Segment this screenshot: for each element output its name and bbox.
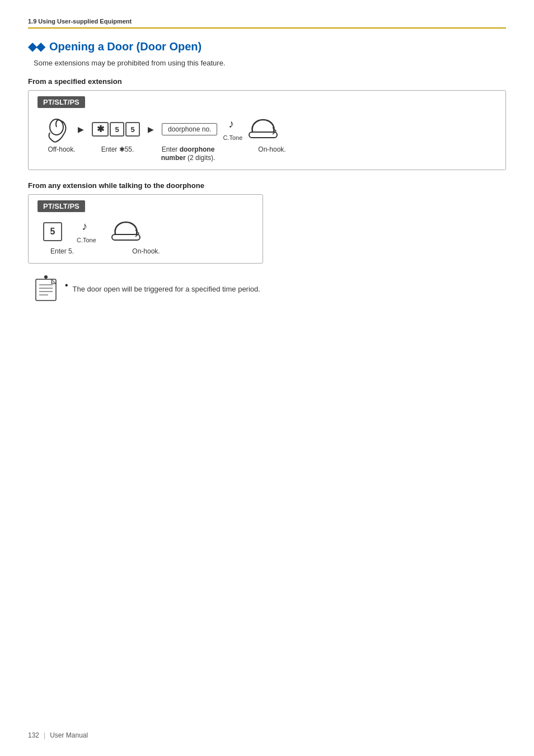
- keys-col: ✱ 5 5: [92, 122, 140, 137]
- svg-text:✱: ✱: [97, 124, 105, 134]
- onhook-icon-2: [111, 220, 141, 243]
- note-icon: [34, 275, 58, 304]
- pt-slt-ps-label-1: PT/SLT/PS: [38, 96, 85, 108]
- ctone-col-2: ♪ C.Tone: [77, 220, 96, 243]
- svg-text:♪: ♪: [228, 118, 234, 130]
- svg-text:♪: ♪: [82, 220, 87, 232]
- specified-labels-row: Off-hook. Enter ✱55. Enter doorphone num…: [38, 145, 496, 162]
- footer: 132 | User Manual: [28, 731, 88, 739]
- box-label-any: PT/SLT/PS: [38, 200, 254, 220]
- onhook-col-2: [111, 220, 141, 243]
- footer-label: User Manual: [50, 731, 88, 739]
- any-labels-row: Enter 5. On-hook.: [38, 247, 254, 255]
- note-paper-icon: [34, 275, 58, 303]
- doorphone-col: doorphone no.: [162, 123, 217, 135]
- offhook-icon: [43, 116, 70, 143]
- key-5b: 5: [125, 122, 140, 137]
- specified-diagram-row: ▶ ✱ 5 5 ▶ doorphone no.: [38, 116, 496, 143]
- enter-doorphone-label: Enter doorphone number (2 digits).: [161, 145, 216, 162]
- from-any-heading: From any extension while talking to the …: [28, 181, 506, 190]
- breadcrumb-text: 1.9 Using User-supplied Equipment: [28, 18, 132, 25]
- enter-star55-col: Enter ✱55.: [92, 145, 143, 153]
- box-label-specified: PT/SLT/PS: [38, 96, 496, 116]
- pt-slt-ps-label-2: PT/SLT/PS: [38, 200, 85, 212]
- enter-doorphone-col: Enter doorphone number (2 digits).: [157, 145, 219, 162]
- arrow-1: ▶: [78, 125, 84, 134]
- enter5-col: Enter 5.: [45, 247, 79, 255]
- breadcrumb: 1.9 Using User-supplied Equipment: [28, 17, 506, 29]
- ctone-text-2: C.Tone: [77, 237, 96, 243]
- footer-divider: |: [44, 731, 45, 739]
- note-box: • The door open will be triggered for a …: [28, 275, 506, 304]
- ctone-col-1: ♪ C.Tone: [223, 118, 242, 141]
- from-specified-heading: From a specified extension: [28, 77, 506, 86]
- from-specified-box: PT/SLT/PS ▶: [28, 90, 506, 170]
- onhook-label-col-1: On-hook.: [252, 145, 292, 153]
- onhook-label-1: On-hook.: [258, 145, 285, 153]
- onhook-label-2: On-hook.: [132, 247, 160, 255]
- svg-rect-3: [249, 132, 277, 138]
- ctone-note-icon-1: ♪: [226, 118, 240, 133]
- note-text: The door open will be triggered for a sp…: [73, 279, 260, 293]
- from-any-box: PT/SLT/PS 5 ♪ C.Tone: [28, 194, 263, 264]
- onhook-icon-1: [248, 118, 278, 141]
- ctone-note-icon-2: ♪: [79, 220, 93, 236]
- offhook-col: [43, 116, 70, 143]
- enter5-label: Enter 5.: [50, 247, 74, 255]
- keys-group: ✱ 5 5: [92, 122, 140, 137]
- key-5-any: 5: [43, 222, 62, 241]
- section-title: ◆◆ Opening a Door (Door Open): [28, 40, 506, 53]
- note-content: • The door open will be triggered for a …: [65, 275, 260, 293]
- key-star: ✱: [92, 122, 109, 137]
- doorphone-label: doorphone no.: [162, 123, 217, 135]
- offhook-label: Off-hook.: [48, 145, 75, 153]
- ctone-text-1: C.Tone: [223, 134, 242, 141]
- intro-text: Some extensions may be prohibited from u…: [28, 59, 506, 67]
- star-key-icon: ✱: [95, 124, 105, 134]
- enter-star55-label: Enter ✱55.: [101, 145, 134, 153]
- diamonds-icon: ◆◆: [28, 40, 45, 53]
- key-5a: 5: [110, 122, 124, 137]
- svg-rect-5: [112, 234, 140, 240]
- page-number: 132: [28, 731, 39, 739]
- svg-point-6: [44, 275, 48, 279]
- title-text: Opening a Door (Door Open): [49, 40, 202, 53]
- onhook-col-1: [248, 118, 278, 141]
- key5-col: 5: [43, 222, 62, 241]
- note-bullet: •: [65, 279, 68, 292]
- any-diagram-row: 5 ♪ C.Tone: [38, 220, 254, 243]
- onhook-label-col-2: On-hook.: [124, 247, 168, 255]
- arrow-2: ▶: [148, 125, 154, 134]
- offhook-label-col: Off-hook.: [45, 145, 78, 153]
